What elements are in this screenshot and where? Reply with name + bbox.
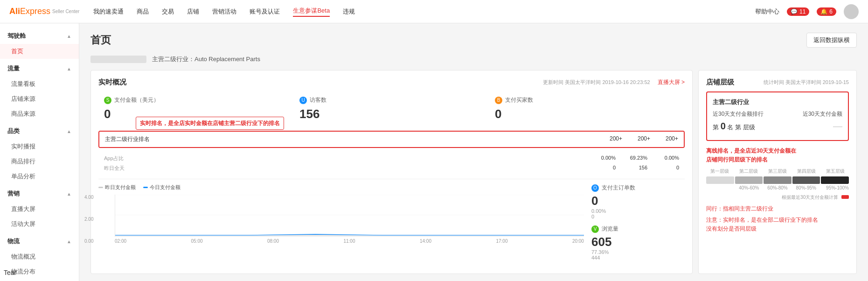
chevron-up-icon: ▲: [67, 34, 71, 39]
legend-yesterday: 昨日支付金额: [98, 184, 136, 191]
tier-rank-number: 0: [721, 121, 726, 131]
main-content: 首页 返回数据纵横 主营二级行业：Auto Replacement Parts …: [79, 23, 868, 281]
sidebar-item-店铺来源[interactable]: 店铺来源: [0, 91, 79, 106]
help-link[interactable]: 帮助中心: [755, 7, 779, 16]
left-panel: 实时概况 更新时间 美国太平洋时间 2019-10-16 20:23:52 直播…: [90, 70, 693, 274]
bar-pct-4: 95%-100%: [820, 185, 849, 190]
sidebar-section-营销: 营销 ▲ 直播大屏 活动大屏: [0, 186, 79, 232]
visitor-icon: U: [299, 97, 307, 104]
browse-pct: 77.36%: [591, 249, 685, 255]
sidebar-item-商品排行[interactable]: 商品排行: [0, 154, 79, 169]
nav-link-店铺[interactable]: 店铺: [187, 7, 199, 16]
sidebar-item-单品分析[interactable]: 单品分析: [0, 169, 79, 184]
logo-ali: Ali: [9, 7, 20, 16]
payment-icon: S: [104, 97, 111, 104]
x-label-2: 08:00: [267, 239, 279, 244]
legend-today-label: 今日支付金额: [150, 184, 181, 191]
sub-table-row-yesterday: 昨日全天 0 156 0: [98, 163, 685, 173]
avatar[interactable]: [844, 4, 859, 19]
legend-today: 今日支付金额: [143, 184, 181, 191]
update-time: 更新时间 美国太平洋时间 2019-10-16 20:23:52: [543, 79, 650, 86]
tier-bar-label-5: 第五层级: [822, 168, 849, 175]
visitor-value: 156: [299, 107, 484, 121]
logo: AliExpress Seller Center: [9, 7, 79, 16]
notify-badge[interactable]: 🔔 6: [817, 7, 836, 16]
x-label-5: 17:00: [496, 239, 507, 244]
chart-svg: [115, 195, 584, 236]
payment-label: 支付金额（美元）: [114, 96, 159, 104]
buyer-icon: B: [495, 97, 502, 104]
tier-row-value: 第 0 名 第 层级 —: [713, 121, 842, 132]
chart-x-labels: 02:00 05:00 08:00 11:00 14:00 17:00 20:0…: [115, 239, 584, 244]
sidebar-section-流量: 流量 ▲ 流量看板 店铺来源 商品来源: [0, 61, 79, 121]
sidebar-item-商品来源[interactable]: 商品来源: [0, 106, 79, 121]
sidebar-item-活动大屏[interactable]: 活动大屏: [0, 217, 79, 232]
sidebar-item-直播大屏[interactable]: 直播大屏: [0, 202, 79, 217]
note-annotation: 注意：实时排名，是在全部二级行业下的排名没有划分是否同层级: [706, 216, 849, 233]
rankings-col2: 200+: [622, 135, 650, 143]
tier-bar-3: [764, 176, 792, 184]
ranking-annotation: 实时排名，是全店实时金额在店铺主营二级行业下的排名: [140, 120, 280, 126]
tier-rank-label: 近30天支付金额排行: [713, 110, 764, 118]
sidebar-item-首页[interactable]: 首页: [0, 44, 79, 59]
tier-industry-label: 主营二级行业: [713, 98, 842, 106]
sidebar-header-物流[interactable]: 物流 ▲: [0, 233, 79, 249]
nav-links: 我的速卖通 商品 交易 店铺 营销活动 账号及认证 生意参谋Beta 违规: [93, 7, 755, 17]
shop-tier-header: 店铺层级 统计时间 美国太平洋时间 2019-10-15: [706, 78, 849, 87]
bell-icon: 🔔: [820, 8, 827, 15]
buyer-value: 0: [495, 107, 679, 121]
rankings-table: 主营二级行业排名 200+ 200+ 200+: [98, 131, 685, 148]
metric-buyers: B 支付买家数 0: [489, 92, 685, 125]
chat-badge[interactable]: 💬 11: [787, 7, 809, 16]
rankings-col3: 200+: [650, 135, 678, 143]
tier-bars: [706, 176, 849, 184]
sidebar-header-流量[interactable]: 流量 ▲: [0, 61, 79, 77]
peer-annotation: 同行：指相同主营二级行业: [706, 204, 849, 213]
sidebar-item-物流概况[interactable]: 物流概况: [0, 249, 79, 264]
nav-link-违规[interactable]: 违规: [343, 7, 355, 16]
nav-link-营销活动[interactable]: 营销活动: [212, 7, 236, 16]
nav-link-速卖通[interactable]: 我的速卖通: [93, 7, 124, 16]
rankings-col1: 200+: [594, 135, 622, 143]
nav-link-交易[interactable]: 交易: [162, 7, 174, 16]
tear-label: Tear: [4, 269, 16, 276]
tier-label-suffix: 名 第 层级: [727, 124, 755, 131]
bar-pct-3: 80%-95%: [792, 185, 820, 190]
tier-bar-label-4: 第四层级: [793, 168, 820, 175]
y-label-mid: 2.00: [84, 217, 93, 222]
y-label-top: 4.00: [84, 195, 93, 200]
divider: [98, 179, 685, 179]
logo-express: Express: [20, 7, 50, 16]
content-grid: 实时概况 更新时间 美国太平洋时间 2019-10-16 20:23:52 直播…: [90, 70, 857, 274]
bar-pct-1: 40%-60%: [735, 185, 763, 190]
tier-bar-top-labels: 第一层级 第二层级 第三层级 第四层级 第五层级: [706, 168, 849, 175]
chevron-up-icon-流量: ▲: [67, 66, 71, 71]
nav-link-生意参谋[interactable]: 生意参谋Beta: [293, 7, 330, 17]
nav-link-商品[interactable]: 商品: [137, 7, 149, 16]
order-pct: 0.00%: [591, 208, 685, 214]
page-header: 首页 返回数据纵横: [90, 33, 857, 48]
top-navigation: AliExpress Seller Center 我的速卖通 商品 交易 店铺 …: [0, 0, 868, 23]
x-label-3: 11:00: [343, 239, 355, 244]
sidebar-header-营销[interactable]: 营销 ▲: [0, 186, 79, 202]
sidebar-header-品类[interactable]: 品类 ▲: [0, 123, 79, 139]
shop-info: 主营二级行业：Auto Replacement Parts: [90, 55, 857, 63]
tier-bar-4: [792, 176, 820, 184]
notify-count: 6: [829, 8, 833, 15]
tier-bar-label-2: 第二层级: [735, 168, 762, 175]
order-icon: O: [591, 184, 599, 192]
y-label-bot: 0.00: [84, 239, 93, 244]
browse-icon: V: [591, 225, 599, 233]
chart-right-metrics: O 支付主订单数 0 0.00% 0 V 浏: [591, 184, 685, 266]
sidebar-item-实时播报[interactable]: 实时播报: [0, 139, 79, 154]
sidebar-item-流量看板[interactable]: 流量看板: [0, 77, 79, 91]
return-button[interactable]: 返回数据纵横: [806, 33, 857, 48]
x-label-4: 14:00: [420, 239, 431, 244]
page-title: 首页: [90, 33, 111, 47]
sidebar-header-驾驶舱[interactable]: 驾驶舱 ▲: [0, 28, 79, 44]
rankings-header-row: 主营二级行业排名 200+ 200+ 200+: [99, 132, 684, 147]
visitor-label: 访客数: [310, 96, 326, 104]
nav-link-账号[interactable]: 账号及认证: [250, 7, 280, 16]
live-screen-link[interactable]: 直播大屏 >: [658, 78, 685, 86]
sidebar-section-驾驶舱: 驾驶舱 ▲ 首页: [0, 28, 79, 59]
